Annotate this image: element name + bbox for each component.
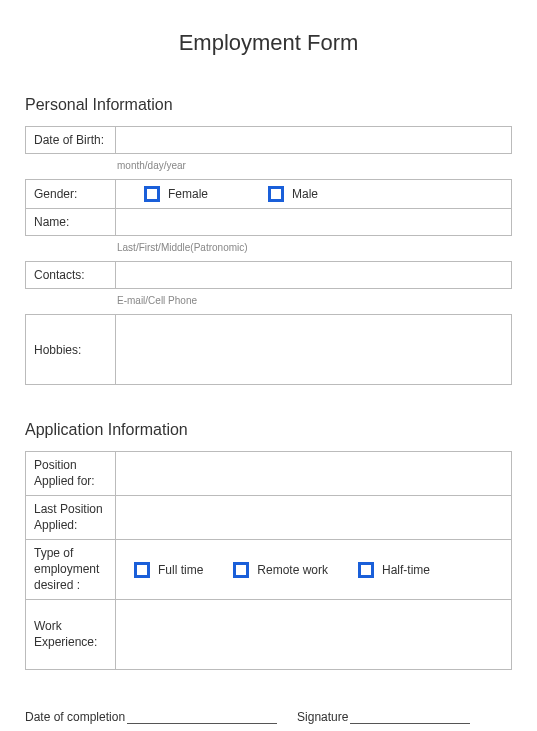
- contacts-table: Contacts:: [25, 261, 512, 289]
- contacts-input[interactable]: [116, 262, 512, 289]
- gender-female-option[interactable]: Female: [144, 186, 208, 202]
- application-table: Position Applied for: Last Position Appl…: [25, 451, 512, 670]
- contacts-hint: E-mail/Cell Phone: [117, 295, 512, 306]
- date-completion-label: Date of completion: [25, 710, 125, 724]
- experience-input[interactable]: [116, 600, 512, 670]
- name-input[interactable]: [116, 209, 512, 236]
- checkbox-icon: [233, 562, 249, 578]
- hobbies-table: Hobbies:: [25, 314, 512, 385]
- employment-type-label: Type of employment desired :: [26, 540, 116, 600]
- contacts-label: Contacts:: [26, 262, 116, 289]
- dob-input[interactable]: [116, 127, 512, 154]
- gender-name-table: Gender: Female Male Name:: [25, 179, 512, 236]
- checkbox-icon: [268, 186, 284, 202]
- gender-male-label: Male: [292, 187, 318, 201]
- fulltime-label: Full time: [158, 563, 203, 577]
- halftime-label: Half-time: [382, 563, 430, 577]
- date-completion-line[interactable]: [127, 710, 277, 724]
- dob-hint: month/day/year: [117, 160, 512, 171]
- form-footer: Date of completion Signature: [25, 710, 512, 724]
- application-info-header: Application Information: [25, 421, 512, 439]
- last-position-label: Last Position Applied:: [26, 496, 116, 540]
- name-label: Name:: [26, 209, 116, 236]
- gender-female-label: Female: [168, 187, 208, 201]
- hobbies-label: Hobbies:: [26, 315, 116, 385]
- signature-line[interactable]: [350, 710, 470, 724]
- signature-label: Signature: [297, 710, 348, 724]
- checkbox-icon: [358, 562, 374, 578]
- checkbox-icon: [134, 562, 150, 578]
- dob-row: Date of Birth:: [25, 126, 512, 154]
- position-label: Position Applied for:: [26, 452, 116, 496]
- position-input[interactable]: [116, 452, 512, 496]
- hobbies-input[interactable]: [116, 315, 512, 385]
- name-hint: Last/First/Middle(Patronomic): [117, 242, 512, 253]
- remote-label: Remote work: [257, 563, 328, 577]
- fulltime-option[interactable]: Full time: [134, 562, 203, 578]
- remote-option[interactable]: Remote work: [233, 562, 328, 578]
- last-position-input[interactable]: [116, 496, 512, 540]
- dob-label: Date of Birth:: [26, 127, 116, 154]
- gender-label: Gender:: [26, 180, 116, 209]
- personal-info-header: Personal Information: [25, 96, 512, 114]
- halftime-option[interactable]: Half-time: [358, 562, 430, 578]
- checkbox-icon: [144, 186, 160, 202]
- form-title: Employment Form: [25, 30, 512, 56]
- experience-label: Work Experience:: [26, 600, 116, 670]
- gender-male-option[interactable]: Male: [268, 186, 318, 202]
